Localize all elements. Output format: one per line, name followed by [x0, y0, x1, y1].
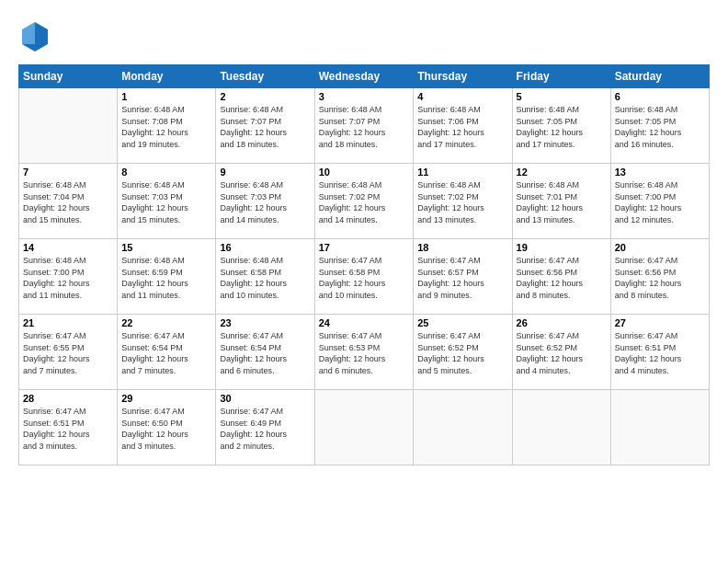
day-info: Sunrise: 6:47 AM Sunset: 6:52 PM Dayligh… — [417, 330, 507, 376]
calendar-cell: 15Sunrise: 6:48 AM Sunset: 6:59 PM Dayli… — [118, 239, 216, 315]
day-info: Sunrise: 6:47 AM Sunset: 6:57 PM Dayligh… — [417, 255, 507, 301]
day-info: Sunrise: 6:47 AM Sunset: 6:58 PM Dayligh… — [319, 255, 410, 301]
header — [18, 18, 710, 55]
day-number: 9 — [220, 167, 310, 178]
day-info: Sunrise: 6:48 AM Sunset: 7:07 PM Dayligh… — [220, 104, 310, 150]
page: SundayMondayTuesdayWednesdayThursdayFrid… — [0, 0, 728, 563]
day-number: 20 — [615, 242, 705, 253]
calendar-cell — [414, 390, 512, 465]
calendar-cell: 13Sunrise: 6:48 AM Sunset: 7:00 PM Dayli… — [610, 164, 709, 239]
calendar-cell: 18Sunrise: 6:47 AM Sunset: 6:57 PM Dayli… — [414, 239, 512, 315]
calendar-cell: 10Sunrise: 6:48 AM Sunset: 7:02 PM Dayli… — [314, 164, 414, 239]
calendar-cell: 11Sunrise: 6:48 AM Sunset: 7:02 PM Dayli… — [414, 164, 512, 239]
week-row-3: 14Sunrise: 6:48 AM Sunset: 7:00 PM Dayli… — [19, 239, 710, 315]
day-info: Sunrise: 6:47 AM Sunset: 6:56 PM Dayligh… — [615, 255, 705, 301]
day-info: Sunrise: 6:48 AM Sunset: 7:00 PM Dayligh… — [23, 255, 113, 301]
day-info: Sunrise: 6:47 AM Sunset: 6:54 PM Dayligh… — [121, 330, 211, 376]
calendar-cell: 2Sunrise: 6:48 AM Sunset: 7:07 PM Daylig… — [216, 88, 314, 164]
week-row-5: 28Sunrise: 6:47 AM Sunset: 6:51 PM Dayli… — [19, 390, 710, 465]
day-number: 2 — [220, 91, 310, 102]
day-number: 22 — [121, 317, 211, 328]
day-info: Sunrise: 6:47 AM Sunset: 6:49 PM Dayligh… — [220, 406, 310, 452]
day-number: 27 — [615, 317, 705, 328]
svg-marker-1 — [22, 22, 35, 44]
day-number: 5 — [517, 91, 607, 102]
day-number: 6 — [615, 91, 705, 102]
day-number: 17 — [319, 242, 410, 253]
day-info: Sunrise: 6:48 AM Sunset: 7:01 PM Dayligh… — [517, 179, 607, 225]
calendar-cell: 5Sunrise: 6:48 AM Sunset: 7:05 PM Daylig… — [512, 88, 610, 164]
weekday-header-friday: Friday — [512, 65, 610, 88]
day-number: 29 — [121, 393, 211, 404]
day-info: Sunrise: 6:48 AM Sunset: 7:06 PM Dayligh… — [417, 104, 507, 150]
weekday-header-sunday: Sunday — [19, 65, 118, 88]
weekday-header-saturday: Saturday — [610, 65, 709, 88]
day-number: 10 — [319, 167, 410, 178]
calendar-cell: 17Sunrise: 6:47 AM Sunset: 6:58 PM Dayli… — [314, 239, 414, 315]
calendar-cell — [19, 88, 118, 164]
calendar-cell: 14Sunrise: 6:48 AM Sunset: 7:00 PM Dayli… — [19, 239, 118, 315]
calendar-cell: 26Sunrise: 6:47 AM Sunset: 6:52 PM Dayli… — [512, 315, 610, 390]
day-info: Sunrise: 6:48 AM Sunset: 6:59 PM Dayligh… — [121, 255, 211, 301]
calendar-cell: 1Sunrise: 6:48 AM Sunset: 7:08 PM Daylig… — [118, 88, 216, 164]
calendar-cell: 7Sunrise: 6:48 AM Sunset: 7:04 PM Daylig… — [19, 164, 118, 239]
day-number: 11 — [417, 167, 507, 178]
day-number: 8 — [121, 167, 211, 178]
weekday-header-monday: Monday — [118, 65, 216, 88]
day-number: 3 — [319, 91, 410, 102]
week-row-2: 7Sunrise: 6:48 AM Sunset: 7:04 PM Daylig… — [19, 164, 710, 239]
day-number: 25 — [417, 317, 507, 328]
day-info: Sunrise: 6:48 AM Sunset: 7:03 PM Dayligh… — [121, 179, 211, 225]
day-info: Sunrise: 6:47 AM Sunset: 6:55 PM Dayligh… — [23, 330, 113, 376]
day-info: Sunrise: 6:47 AM Sunset: 6:54 PM Dayligh… — [220, 330, 310, 376]
day-info: Sunrise: 6:48 AM Sunset: 7:03 PM Dayligh… — [220, 179, 310, 225]
svg-marker-0 — [35, 22, 48, 44]
svg-marker-2 — [22, 44, 48, 52]
day-info: Sunrise: 6:48 AM Sunset: 7:08 PM Dayligh… — [121, 104, 211, 150]
week-row-4: 21Sunrise: 6:47 AM Sunset: 6:55 PM Dayli… — [19, 315, 710, 390]
weekday-header-tuesday: Tuesday — [216, 65, 314, 88]
day-info: Sunrise: 6:47 AM Sunset: 6:52 PM Dayligh… — [517, 330, 607, 376]
day-number: 21 — [23, 317, 113, 328]
weekday-header-row: SundayMondayTuesdayWednesdayThursdayFrid… — [19, 65, 710, 88]
calendar-cell — [610, 390, 709, 465]
calendar-cell: 21Sunrise: 6:47 AM Sunset: 6:55 PM Dayli… — [19, 315, 118, 390]
day-number: 18 — [417, 242, 507, 253]
day-info: Sunrise: 6:48 AM Sunset: 7:05 PM Dayligh… — [615, 104, 705, 150]
logo — [18, 18, 55, 55]
day-info: Sunrise: 6:47 AM Sunset: 6:51 PM Dayligh… — [615, 330, 705, 376]
calendar-cell: 25Sunrise: 6:47 AM Sunset: 6:52 PM Dayli… — [414, 315, 512, 390]
weekday-header-thursday: Thursday — [414, 65, 512, 88]
day-number: 7 — [23, 167, 113, 178]
day-number: 15 — [121, 242, 211, 253]
day-number: 24 — [319, 317, 410, 328]
day-info: Sunrise: 6:47 AM Sunset: 6:53 PM Dayligh… — [319, 330, 410, 376]
calendar-cell: 30Sunrise: 6:47 AM Sunset: 6:49 PM Dayli… — [216, 390, 314, 465]
day-info: Sunrise: 6:47 AM Sunset: 6:56 PM Dayligh… — [517, 255, 607, 301]
week-row-1: 1Sunrise: 6:48 AM Sunset: 7:08 PM Daylig… — [19, 88, 710, 164]
calendar-cell — [512, 390, 610, 465]
day-info: Sunrise: 6:48 AM Sunset: 7:07 PM Dayligh… — [319, 104, 410, 150]
day-number: 16 — [220, 242, 310, 253]
day-number: 1 — [121, 91, 211, 102]
day-info: Sunrise: 6:48 AM Sunset: 7:02 PM Dayligh… — [417, 179, 507, 225]
day-number: 19 — [517, 242, 607, 253]
calendar-cell: 9Sunrise: 6:48 AM Sunset: 7:03 PM Daylig… — [216, 164, 314, 239]
calendar-cell: 12Sunrise: 6:48 AM Sunset: 7:01 PM Dayli… — [512, 164, 610, 239]
day-info: Sunrise: 6:47 AM Sunset: 6:50 PM Dayligh… — [121, 406, 211, 452]
weekday-header-wednesday: Wednesday — [314, 65, 414, 88]
calendar-cell: 28Sunrise: 6:47 AM Sunset: 6:51 PM Dayli… — [19, 390, 118, 465]
calendar-cell: 6Sunrise: 6:48 AM Sunset: 7:05 PM Daylig… — [610, 88, 709, 164]
calendar-cell: 22Sunrise: 6:47 AM Sunset: 6:54 PM Dayli… — [118, 315, 216, 390]
day-number: 28 — [23, 393, 113, 404]
day-info: Sunrise: 6:48 AM Sunset: 7:05 PM Dayligh… — [517, 104, 607, 150]
calendar-cell: 27Sunrise: 6:47 AM Sunset: 6:51 PM Dayli… — [610, 315, 709, 390]
day-number: 13 — [615, 167, 705, 178]
calendar-cell: 19Sunrise: 6:47 AM Sunset: 6:56 PM Dayli… — [512, 239, 610, 315]
day-info: Sunrise: 6:48 AM Sunset: 7:00 PM Dayligh… — [615, 179, 705, 225]
calendar-cell: 24Sunrise: 6:47 AM Sunset: 6:53 PM Dayli… — [314, 315, 414, 390]
day-info: Sunrise: 6:48 AM Sunset: 7:04 PM Dayligh… — [23, 179, 113, 225]
day-number: 14 — [23, 242, 113, 253]
calendar-cell: 4Sunrise: 6:48 AM Sunset: 7:06 PM Daylig… — [414, 88, 512, 164]
day-info: Sunrise: 6:48 AM Sunset: 7:02 PM Dayligh… — [319, 179, 410, 225]
